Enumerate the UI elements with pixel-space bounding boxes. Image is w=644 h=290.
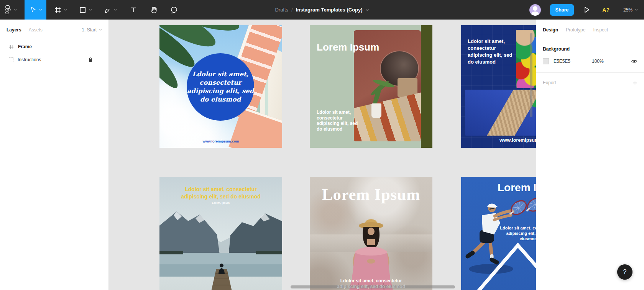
tab-assets[interactable]: Assets [29, 27, 43, 33]
frame-tool-icon [54, 6, 62, 14]
move-tool-button[interactable] [25, 0, 46, 20]
file-title[interactable]: Instagram Templates (Copy) [296, 7, 363, 13]
template-credit-text: Lorem, Ipsum [159, 202, 282, 204]
horizontal-scrollbar[interactable] [291, 285, 455, 288]
template-interior-frame[interactable]: Lorem Ipsum Ldolor sit amet, consectetur… [310, 25, 432, 148]
breadcrumb-folder[interactable]: Drafts [275, 7, 288, 13]
template-beach-frame[interactable]: Ldolor sit amet, consectetur adipiscing … [159, 25, 282, 148]
chevron-down-icon [14, 9, 17, 11]
page-selector-label: 1. Start [82, 27, 97, 33]
template-body-text: Ldolor sit amet, consectetur adipiscing … [490, 225, 536, 241]
chevron-down-icon [89, 9, 92, 11]
olive-stripe [421, 25, 432, 148]
export-section: Export [536, 73, 644, 85]
template-title-text: Lorem Ipsum [498, 182, 536, 194]
design-panel-header: Design Prototype Inspect [536, 20, 644, 40]
hand-tool-icon [150, 6, 158, 14]
eye-icon [631, 59, 637, 64]
template-tennis-frame[interactable]: Lorem Ipsum Ldolor sit amet, consectetur… [461, 177, 536, 290]
frame-icon [9, 44, 14, 49]
zoom-menu[interactable]: 25% [623, 7, 638, 13]
lock-icon[interactable] [88, 57, 93, 64]
chevron-down-icon [114, 9, 117, 11]
tab-design[interactable]: Design [543, 27, 558, 33]
cursor-chat-button[interactable]: A? [602, 7, 610, 13]
template-headline-text: Ldolor sit amet, consectetur adipiscing … [159, 186, 282, 200]
template-billiards-frame[interactable]: Ldolor sit amet, consectetur adipiscing … [461, 25, 536, 148]
background-color-row: E5E5E5 100% [543, 58, 637, 72]
pen-tool-button[interactable] [99, 0, 121, 20]
dashed-frame-icon [9, 57, 13, 62]
help-button[interactable]: ? [617, 264, 632, 280]
color-swatch[interactable] [543, 58, 549, 64]
tab-inspect[interactable]: Inspect [593, 27, 608, 33]
tab-prototype[interactable]: Prototype [566, 27, 585, 33]
rectangle-tool-icon [79, 6, 87, 14]
chevron-down-icon [39, 9, 42, 11]
layer-row-instructions[interactable]: Instructions [0, 53, 108, 66]
move-cursor-icon [29, 6, 37, 14]
breadcrumb: Drafts / Instagram Templates (Copy) [275, 0, 369, 20]
main-menu-button[interactable] [0, 0, 20, 20]
comment-tool-button[interactable] [166, 0, 182, 20]
toolbar-right-cluster: Share A? 25% [529, 0, 644, 20]
template-portrait-frame[interactable]: Lorem Ipsum Ldolor sit amet, consectetur… [310, 177, 432, 290]
website-url-text: www.loremipsum.com [499, 138, 536, 143]
export-section-title: Export [543, 80, 556, 85]
layers-panel-header: Layers Assets 1. Start [0, 20, 108, 40]
billiard-tray-photo [465, 90, 536, 136]
text-tool-button[interactable] [125, 0, 142, 20]
canvas[interactable]: Ldolor sit amet, consectetur adipiscing … [109, 20, 536, 290]
background-section-title: Background [543, 46, 637, 52]
tab-layers[interactable]: Layers [7, 27, 21, 33]
toolbar: Drafts / Instagram Templates (Copy) Shar… [0, 0, 644, 20]
website-url-text: www.loremipsum.com [159, 139, 282, 143]
chevron-down-icon [64, 9, 67, 11]
template-title-text: Lorem Ipsum [317, 41, 379, 53]
avatar[interactable] [529, 4, 541, 16]
breadcrumb-separator: / [291, 7, 293, 13]
add-export-button[interactable] [632, 80, 637, 85]
figma-logo-icon [3, 5, 12, 15]
zoom-level: 25% [623, 7, 632, 13]
template-body-text: Ldolor sit amet, consectetur adipiscing … [317, 110, 374, 132]
layer-row-frame[interactable]: Frame [0, 40, 108, 53]
visibility-toggle[interactable] [631, 59, 637, 64]
share-button[interactable]: Share [550, 4, 574, 16]
text-tool-icon [129, 6, 138, 14]
page-selector[interactable]: 1. Start [82, 27, 102, 33]
figma-app: Drafts / Instagram Templates (Copy) Shar… [0, 0, 644, 290]
comment-icon [170, 6, 178, 14]
chevron-down-icon [635, 9, 638, 11]
play-icon [584, 7, 590, 13]
color-hex-value[interactable]: E5E5E5 [554, 59, 580, 64]
template-mountain-frame[interactable]: Ldolor sit amet, consectetur adipiscing … [159, 177, 282, 290]
headline-circle: Ldolor sit amet, consectetur adipiscing … [187, 53, 254, 121]
design-panel: Design Prototype Inspect Background E5E5… [536, 20, 644, 290]
layer-label: Instructions [18, 57, 41, 62]
layer-label: Frame [18, 44, 32, 49]
chevron-down-icon [99, 29, 102, 31]
billiard-balls-photo [516, 30, 536, 88]
shape-tool-button[interactable] [74, 0, 96, 20]
layers-panel: Layers Assets 1. Start Frame Instruction… [0, 20, 109, 290]
pen-tool-icon [104, 6, 112, 14]
template-title-text: Lorem Ipsum [310, 185, 432, 204]
present-button[interactable] [584, 7, 590, 13]
frame-tool-button[interactable] [49, 0, 71, 20]
color-opacity-value[interactable]: 100% [592, 59, 604, 64]
background-section: Background E5E5E5 100% [536, 40, 644, 72]
circle-headline-text: Ldolor sit amet, consectetur adipiscing … [187, 70, 254, 103]
plus-icon [632, 80, 637, 85]
avatar-person-icon [533, 6, 537, 11]
vertical-scrollbar[interactable] [530, 33, 532, 117]
hand-tool-button[interactable] [146, 0, 163, 20]
chevron-down-icon[interactable] [366, 9, 369, 11]
